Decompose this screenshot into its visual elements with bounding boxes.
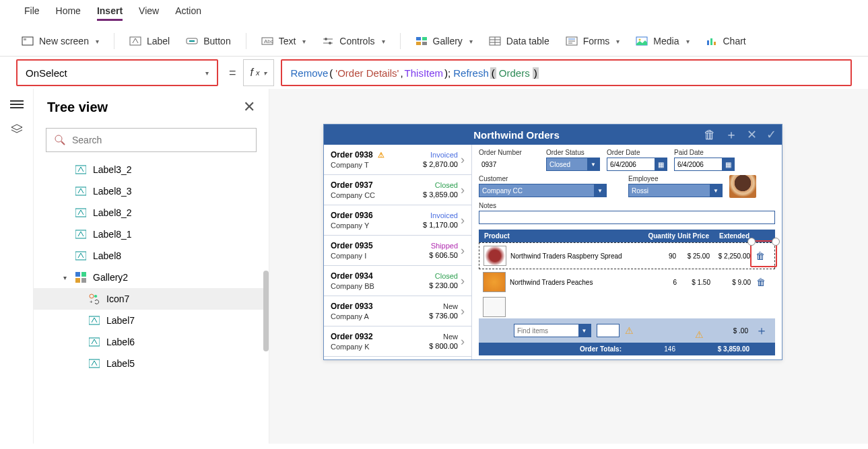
forms-button[interactable]: Forms ▾ <box>560 33 626 49</box>
order-item[interactable]: Order 0936Company YInvoiced$ 1,170.00› <box>324 205 471 236</box>
notes-field[interactable] <box>479 211 775 224</box>
customer-select[interactable]: Company CC▼ <box>479 184 607 197</box>
tree-item-label8_3[interactable]: Label8_3 <box>34 180 269 202</box>
text-label: Text <box>279 36 296 46</box>
tree-item-label8[interactable]: Label8 <box>34 245 269 267</box>
paid-date-field[interactable]: 6/4/2006▦ <box>674 158 735 171</box>
separator <box>246 33 246 49</box>
employee-select[interactable]: Rossi▼ <box>628 184 723 197</box>
svg-rect-25 <box>707 40 709 45</box>
chevron-right-icon: › <box>461 183 465 197</box>
menu-home[interactable]: Home <box>56 5 81 21</box>
chevron-down-icon: ▼ <box>710 184 722 197</box>
svg-rect-13 <box>416 42 421 45</box>
svg-text:Abc: Abc <box>264 38 273 44</box>
close-icon[interactable]: ✕ <box>243 98 255 116</box>
tree-item-label8_1[interactable]: Label8_1 <box>34 223 269 245</box>
order-item[interactable]: Order 0932Company KNew$ 800.00› <box>324 326 471 357</box>
order-status-label: Order Status <box>546 149 600 156</box>
warning-icon: ⚠︎ <box>378 151 385 159</box>
menu-file[interactable]: File <box>24 5 40 21</box>
separator <box>114 33 114 49</box>
new-screen-button[interactable]: New screen ▾ <box>16 33 104 49</box>
scrollbar-thumb[interactable] <box>263 271 269 351</box>
avatar <box>729 175 756 198</box>
svg-rect-41 <box>81 278 86 283</box>
cancel-icon[interactable]: ✕ <box>747 127 757 142</box>
svg-line-32 <box>61 141 65 145</box>
separator <box>400 33 401 49</box>
order-item[interactable]: Order 0937Company CCClosed$ 3,859.00› <box>324 175 471 205</box>
table-icon <box>489 36 501 46</box>
label-icon <box>89 358 100 369</box>
detail-panel: Order Number0937 Order StatusClosed▼ Ord… <box>472 145 782 359</box>
find-items-select[interactable]: Find items▼ <box>514 324 591 337</box>
chart-button[interactable]: Chart <box>700 33 752 49</box>
label-icon <box>89 337 100 347</box>
order-item[interactable]: Order 0938 ⚠︎Company TInvoiced$ 2,870.00… <box>324 145 471 175</box>
tree-search[interactable] <box>46 128 257 152</box>
fx-button[interactable]: fx▾ <box>243 59 275 86</box>
gallery-button[interactable]: Gallery ▾ <box>410 33 478 49</box>
order-item[interactable]: Order 0934Company BBClosed$ 230.00› <box>324 266 471 296</box>
chevron-right-icon: › <box>461 335 465 349</box>
svg-rect-12 <box>422 37 427 40</box>
svg-text:+: + <box>90 299 93 304</box>
totals-qty: 146 <box>635 345 675 353</box>
line-item[interactable]: Northwind Traders Peaches6$ 1.50$ 9.00🗑︎ <box>479 269 775 296</box>
notes-label: Notes <box>479 202 775 209</box>
formula-input[interactable]: Remove( 'Order Details', ThisItem ); Ref… <box>281 59 852 86</box>
tree-item-label6[interactable]: Label6 <box>34 331 269 353</box>
order-status-select[interactable]: Closed▼ <box>546 158 600 171</box>
delete-line-button[interactable]: 🗑︎ <box>751 277 771 287</box>
menu-insert[interactable]: Insert <box>97 5 123 21</box>
chart-label: Chart <box>723 36 746 46</box>
chevron-down-icon: ▼ <box>578 324 591 337</box>
warning-icon: ⚠︎ <box>625 325 634 336</box>
tree-item-label8_2[interactable]: Label8_2 <box>34 202 269 223</box>
menu-view[interactable]: View <box>139 5 159 21</box>
plus-icon[interactable]: ＋ <box>725 127 737 143</box>
tree-view-panel: Tree view ✕ Label3_2Label8_3Label8_2Labe… <box>34 89 269 444</box>
tree-item-gallery2[interactable]: ▾Gallery2 <box>34 267 269 288</box>
add-qty-input[interactable] <box>597 324 620 337</box>
trash-icon[interactable]: 🗑︎ <box>704 128 716 142</box>
delete-line-button[interactable]: 🗑︎ <box>750 250 770 261</box>
label-button[interactable]: Label <box>124 33 175 49</box>
property-name: OnSelect <box>26 67 67 79</box>
add-line-button[interactable]: ＋ <box>754 322 770 339</box>
check-icon[interactable]: ✓ <box>766 127 776 142</box>
menu-action[interactable]: Action <box>175 5 201 21</box>
text-button[interactable]: Abc Text ▾ <box>256 33 312 49</box>
tree-item-label5[interactable]: Label5 <box>34 353 269 374</box>
app-title: Northwind Orders <box>329 129 704 141</box>
hamburger-icon[interactable] <box>10 100 24 109</box>
warning-icon: ⚠︎ <box>695 329 704 340</box>
equals-sign: = <box>229 66 236 80</box>
svg-rect-27 <box>714 42 716 45</box>
line-item[interactable]: Northwind Traders Raspberry Spread90$ 25… <box>479 242 775 269</box>
search-input[interactable] <box>72 135 248 145</box>
button-button[interactable]: Button <box>180 33 236 49</box>
order-number-field[interactable]: 0937 <box>479 158 539 171</box>
property-selector[interactable]: OnSelect ▾ <box>16 59 218 86</box>
order-item[interactable]: Order 0935Company IShipped$ 606.50› <box>324 236 471 266</box>
tree-item-icon7[interactable]: +Icon7 <box>34 288 269 310</box>
layers-icon[interactable] <box>10 124 24 133</box>
tree-item-label3_2[interactable]: Label3_2 <box>34 159 269 180</box>
media-icon <box>636 36 648 46</box>
canvas[interactable]: Northwind Orders 🗑︎ ＋ ✕ ✓ Order 0938 ⚠︎C… <box>269 89 868 444</box>
orders-list: Order 0938 ⚠︎Company TInvoiced$ 2,870.00… <box>324 145 472 359</box>
tree-item-label7[interactable]: Label7 <box>34 310 269 331</box>
chevron-down-icon: ▼ <box>587 158 599 170</box>
calendar-icon: ▦ <box>722 158 734 170</box>
order-item[interactable]: Order 0933Company ANew$ 736.00› <box>324 296 471 326</box>
order-date-field[interactable]: 6/4/2006▦ <box>607 158 667 171</box>
col-product: Product <box>484 232 635 240</box>
media-button[interactable]: Media ▾ <box>630 33 694 49</box>
label-icon <box>89 315 100 326</box>
controls-button[interactable]: Controls ▾ <box>316 33 390 49</box>
data-table-button[interactable]: Data table <box>483 33 555 49</box>
chevron-down-icon: ▼ <box>594 184 606 197</box>
chevron-right-icon: › <box>461 153 465 167</box>
